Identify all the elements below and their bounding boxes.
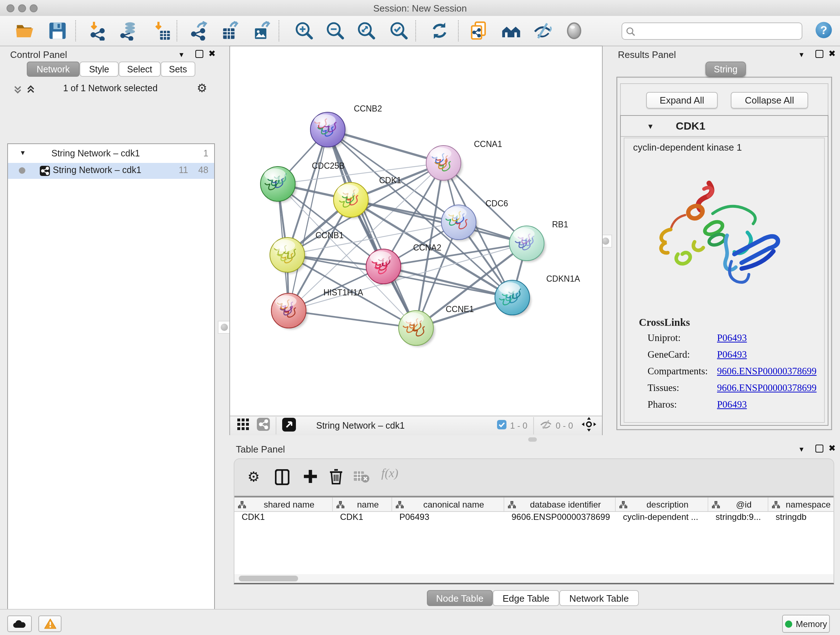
edge-HIST1H1A-CCNE1[interactable] [289,310,416,328]
tab-style[interactable]: Style [80,62,118,77]
collapse-panel-icon[interactable]: ▾ [799,445,804,453]
network-canvas[interactable]: CCNB2CCNA1CDC25BCDK1CDC6RB1CCNB1CCNA2CDK… [230,46,602,416]
crosslink-pharos-link[interactable]: P06493 [717,399,747,410]
collection-label: String Network – cdk1 [51,149,140,158]
results-panel-title: Results Panel [618,49,676,60]
gene-section-content: cyclin-dependent kinase 1 [624,138,825,423]
add-column-icon[interactable] [302,469,318,487]
toolbar-separator [533,417,534,434]
node-RB1[interactable]: RB1 [509,220,568,262]
clone-network-icon[interactable] [469,21,488,41]
pan-crosshair-icon[interactable] [582,417,596,434]
cell-name[interactable]: CDK1 [333,512,392,526]
edge-CCNB2-CCNE1[interactable] [328,130,416,328]
import-network-from-database-icon[interactable] [118,21,138,41]
network-options-gear-icon[interactable]: ⚙ [197,81,207,95]
table-header-row: shared namenamecanonical namedatabase id… [234,496,834,512]
tab-string[interactable]: String [706,62,746,77]
cell-description[interactable]: cyclin-dependent ... [616,512,708,526]
column-header-shared-name[interactable]: shared name [234,497,333,511]
results-button-row: Expand All Collapse All [620,83,829,117]
table-row[interactable]: CDK1CDK1P064939606.ENSP00000378699cyclin… [234,512,834,526]
section-collapse-icon[interactable]: ▼ [647,122,654,130]
network-collection-row[interactable]: ▼ String Network – cdk1 1 [8,147,214,163]
zoom-selected-icon[interactable] [389,21,409,41]
node-CCNE1[interactable]: CCNE1 [399,304,474,347]
crosslink-label: GeneCard: [647,349,690,361]
column-header--id[interactable]: @id [708,497,768,511]
column-header-canonical-name[interactable]: canonical name [392,497,504,511]
tab-network-table[interactable]: Network Table [559,590,639,606]
string-view-icon[interactable] [257,418,270,434]
node-CDK1[interactable]: CDK1 [333,176,401,218]
cell-shared-name[interactable]: CDK1 [234,512,333,526]
tab-edge-table[interactable]: Edge Table [493,590,559,606]
collapse-panel-icon[interactable]: ▾ [180,51,183,58]
refresh-icon[interactable] [430,21,449,41]
hide-selected-icon[interactable] [533,21,553,41]
import-network-icon[interactable] [88,21,108,41]
toolbar-separator [458,20,459,41]
show-all-icon[interactable] [564,21,584,41]
gene-section-header[interactable]: ▼ CDK1 [621,116,828,137]
close-panel-icon[interactable]: ✖ [829,445,836,452]
help-icon[interactable]: ? [814,20,834,40]
selected-checkbox-icon[interactable] [497,419,507,432]
hidden-eye-icon[interactable] [540,419,552,432]
node-CDKN1A[interactable]: CDKN1A [495,274,580,316]
table-horizontal-scrollbar[interactable] [234,574,834,583]
cell-namespace[interactable]: stringdb [768,512,834,526]
network-row-selected[interactable]: String Network – cdk1 11 48 [8,163,214,179]
crosslink-genecard-link[interactable]: P06493 [717,349,747,361]
zoom-out-icon[interactable] [325,21,345,41]
cell-canonical-name[interactable]: P06493 [392,512,504,526]
node-CCNA1[interactable]: CCNA1 [426,139,502,181]
edge-CCNB2-HIST1H1A[interactable] [289,130,328,310]
column-header-description[interactable]: description [616,497,708,511]
scrollbar-thumb[interactable] [239,576,298,581]
column-header-namespace[interactable]: namespace [768,497,834,511]
close-panel-icon[interactable]: ✖ [208,50,216,57]
node-HIST1H1A[interactable]: HIST1H1A [271,288,363,329]
left-splitter-handle[interactable] [218,321,231,334]
column-header-database-identifier[interactable]: database identifier [504,497,616,511]
collection-expand-icon[interactable]: ▼ [19,149,26,157]
tab-node-table[interactable]: Node Table [427,590,493,606]
save-session-icon[interactable] [48,21,67,41]
close-panel-icon[interactable]: ✖ [829,50,836,57]
memory-button[interactable]: Memory [782,615,830,633]
zoom-fit-icon[interactable] [357,21,376,41]
show-columns-icon[interactable] [275,469,289,488]
float-panel-icon[interactable] [815,50,823,58]
network-selection-summary: 1 of 1 Network selected [0,83,221,93]
search-input[interactable] [635,25,802,38]
crosslink-compartments-link[interactable]: 9606.ENSP00000378699 [717,366,816,377]
tab-sets[interactable]: Sets [161,62,195,77]
collapse-all-button[interactable]: Collapse All [731,92,808,109]
grid-view-icon[interactable] [237,418,249,433]
export-network-icon[interactable] [189,21,209,41]
tab-select[interactable]: Select [118,62,161,77]
export-table-icon[interactable] [221,21,240,41]
node-label-CCNA1: CCNA1 [474,139,502,149]
import-table-icon[interactable] [152,21,172,41]
delete-column-icon[interactable] [329,468,343,487]
float-panel-icon[interactable] [195,50,203,58]
birdseye-view-icon[interactable] [282,417,296,434]
column-header-name[interactable]: name [333,497,392,511]
warnings-button[interactable] [38,616,62,632]
collapse-panel-icon[interactable]: ▾ [799,51,804,58]
export-image-icon[interactable] [253,21,272,41]
crosslink-uniprot-link[interactable]: P06493 [717,333,747,344]
cell--id[interactable]: stringdb:9... [708,512,768,526]
open-session-icon[interactable] [15,21,35,41]
zoom-in-icon[interactable] [294,21,314,41]
float-panel-icon[interactable] [815,445,823,453]
cell-database-identifier[interactable]: 9606.ENSP00000378699 [504,512,616,526]
expand-all-button[interactable]: Expand All [646,92,718,109]
cloud-button[interactable] [7,616,32,632]
tab-network[interactable]: Network [27,62,80,77]
crosslink-tissues-link[interactable]: 9606.ENSP00000378699 [717,382,816,394]
table-settings-gear-icon[interactable]: ⚙ [248,469,260,485]
first-neighbors-icon[interactable] [501,21,521,41]
